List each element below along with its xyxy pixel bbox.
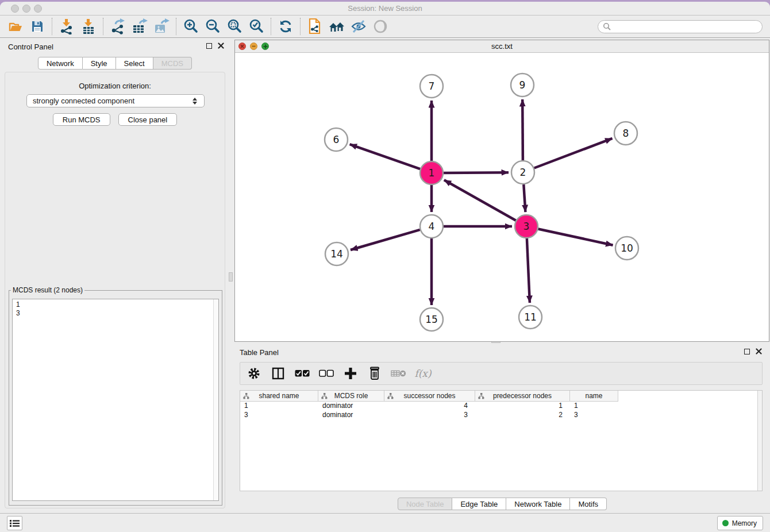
mcds-result-group: MCDS result (2 nodes) 1 3 [9, 286, 222, 506]
column-header-name[interactable]: name [570, 391, 618, 402]
graph-edge[interactable] [350, 144, 421, 169]
zoom-selected-icon[interactable] [245, 17, 267, 36]
search-icon [603, 22, 611, 30]
split-columns-icon[interactable] [270, 365, 286, 381]
graph-edge[interactable] [527, 238, 530, 303]
graph-node-label: 7 [429, 80, 435, 92]
memory-button[interactable]: Memory [717, 516, 763, 530]
clone-network-icon[interactable] [304, 17, 326, 36]
tab-style[interactable]: Style [83, 57, 116, 70]
graph-node[interactable]: 4 [420, 215, 443, 238]
add-column-icon[interactable] [342, 365, 359, 381]
mcds-result-scrollbar[interactable] [213, 299, 218, 500]
graph-node[interactable]: 8 [614, 122, 637, 145]
graph-node[interactable]: 1 [420, 161, 443, 184]
tab-network-table[interactable]: Network Table [506, 498, 570, 510]
graph-node[interactable]: 11 [519, 306, 542, 329]
column-label: shared name [259, 392, 299, 400]
graph-edge[interactable] [522, 99, 523, 160]
table-panel-tabs: Node Table Edge Table Network Table Moti… [234, 498, 770, 510]
toolbar-separator [103, 18, 103, 35]
column-header-shared-name[interactable]: shared name [240, 391, 318, 402]
close-table-panel-icon[interactable] [756, 348, 762, 354]
tab-network[interactable]: Network [38, 57, 83, 70]
column-header-predecessor-nodes[interactable]: predecessor nodes [475, 391, 570, 402]
refresh-icon[interactable] [275, 17, 297, 36]
export-table-icon[interactable] [129, 17, 151, 36]
import-network-icon[interactable] [56, 17, 78, 36]
network-window-titlebar[interactable]: scc.txt [235, 40, 769, 53]
graph-node[interactable]: 10 [615, 237, 638, 260]
graph-edge[interactable] [538, 229, 613, 245]
graph-edge[interactable] [523, 184, 525, 212]
mcds-panel: Optimization criterion: strongly connect… [5, 72, 225, 508]
function-builder-icon[interactable]: f(x) [415, 365, 431, 381]
graph-node[interactable]: 7 [420, 75, 443, 98]
gear-icon[interactable] [246, 365, 262, 381]
table-cell: 1 [475, 402, 570, 411]
mcds-result-text[interactable]: 1 3 [12, 299, 219, 501]
inactive-eye-icon[interactable] [369, 17, 391, 36]
node-table-body: 1dominator4113dominator323 [240, 402, 762, 420]
optimization-criterion-dropdown[interactable]: strongly connected component [26, 94, 205, 107]
delete-column-icon[interactable] [367, 365, 383, 381]
home-network-icon[interactable] [326, 17, 348, 36]
dropdown-value: strongly connected component [33, 97, 134, 105]
table-scrollbar[interactable] [757, 391, 762, 491]
close-panel-button[interactable]: Close panel [118, 113, 178, 126]
task-history-button[interactable] [7, 516, 22, 530]
float-table-panel-icon[interactable] [744, 349, 750, 354]
save-session-icon[interactable] [26, 17, 48, 36]
toolbar-separator [176, 18, 176, 35]
open-file-icon[interactable] [5, 17, 26, 36]
title-bar: Session: New Session [0, 2, 770, 16]
select-all-columns-icon[interactable] [294, 365, 310, 381]
zoom-fit-icon[interactable] [224, 17, 245, 36]
zoom-in-icon[interactable] [180, 17, 202, 36]
table-row[interactable]: 3dominator323 [240, 411, 762, 420]
graph-node[interactable]: 6 [325, 128, 348, 151]
float-panel-icon[interactable] [206, 43, 212, 49]
show-hide-icon[interactable] [348, 17, 369, 36]
graph-edge[interactable] [351, 230, 420, 250]
graph-node[interactable]: 15 [420, 308, 443, 331]
search-input[interactable] [614, 22, 757, 30]
tab-mcds[interactable]: MCDS [153, 57, 192, 70]
vertical-split-grip[interactable] [229, 272, 233, 282]
toolbar-separator [300, 18, 301, 35]
delete-table-icon[interactable] [391, 365, 407, 381]
graph-edge[interactable] [444, 172, 509, 173]
mcds-result-line: 1 [16, 300, 218, 309]
export-image-icon[interactable] [151, 17, 172, 36]
graph-node[interactable]: 14 [325, 242, 348, 265]
zoom-out-icon[interactable] [202, 17, 224, 36]
export-network-icon[interactable] [107, 17, 129, 36]
import-table-icon[interactable] [78, 17, 99, 36]
network-graph[interactable]: 7968124314101511 [235, 53, 769, 341]
deselect-all-columns-icon[interactable] [318, 365, 334, 381]
graph-node[interactable]: 2 [511, 161, 534, 184]
column-header-successor-nodes[interactable]: successor nodes [384, 391, 475, 402]
mcds-result-line: 3 [16, 309, 218, 318]
column-type-icon [478, 393, 484, 399]
tab-node-table[interactable]: Node Table [398, 498, 453, 510]
run-mcds-button[interactable]: Run MCDS [53, 113, 110, 126]
mcds-result-title: MCDS result (2 nodes) [11, 286, 84, 294]
tab-edge-table[interactable]: Edge Table [452, 498, 506, 510]
graph-node-label: 4 [429, 221, 435, 232]
table-cell: dominator [318, 402, 384, 411]
graph-node[interactable]: 9 [511, 74, 534, 97]
graph-edge[interactable] [444, 180, 516, 220]
search-field[interactable] [598, 20, 763, 33]
node-table: shared name MCDS role successor nodes pr… [240, 390, 763, 491]
list-icon [10, 519, 20, 527]
tab-motifs[interactable]: Motifs [570, 498, 607, 510]
graph-node[interactable]: 3 [515, 215, 538, 238]
control-panel-header: Control Panel [0, 38, 230, 54]
graph-edge[interactable] [534, 138, 613, 168]
close-panel-icon[interactable] [218, 43, 224, 49]
column-header-mcds-role[interactable]: MCDS role [318, 391, 384, 402]
network-canvas[interactable]: 7968124314101511 [235, 53, 769, 341]
table-row[interactable]: 1dominator411 [240, 402, 762, 411]
tab-select[interactable]: Select [116, 57, 153, 70]
